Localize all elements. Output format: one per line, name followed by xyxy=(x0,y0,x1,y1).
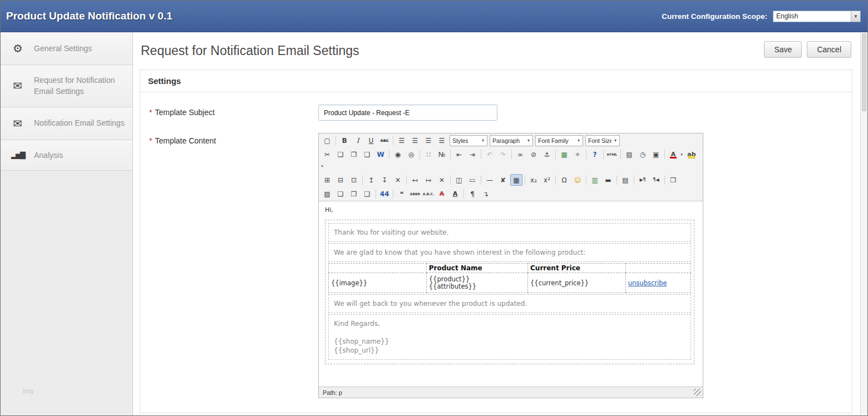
fullscreen-button[interactable]: ❒ xyxy=(667,174,679,186)
row-properties-button[interactable]: ⊟ xyxy=(334,174,347,186)
editor-toolbar-row-3: ⊞⊟⊡↥↧✕↤↦✕◫▭—✘▦x₂x²Ω☺▥▬▤▶¶¶◀❒ xyxy=(319,173,703,187)
remove-format-button[interactable]: ✘ xyxy=(497,174,509,186)
sidebar-item-analysis[interactable]: ▂▅▇ Analysis xyxy=(1,140,132,171)
find-replace-button[interactable]: ◎ xyxy=(405,148,417,160)
abbr-button[interactable]: ABBR xyxy=(409,188,421,200)
undo-button[interactable]: ↶ xyxy=(484,148,496,160)
sidebar-item-request-notification-email-settings[interactable]: ✉ Request for Notification Email Setting… xyxy=(1,65,132,107)
align-center-button[interactable]: ☰ xyxy=(409,135,421,146)
new-document-button[interactable]: ▢ xyxy=(321,135,333,146)
advanced-hr-button[interactable]: ▬ xyxy=(602,174,614,186)
toolbar-separator xyxy=(525,175,525,185)
del-button[interactable]: A xyxy=(436,188,448,200)
subscript-button[interactable]: x₂ xyxy=(527,174,540,186)
styles-select[interactable]: Styles▾ xyxy=(450,135,487,146)
align-left-button[interactable]: ☰ xyxy=(396,135,408,146)
scope-select[interactable]: English ▼ xyxy=(773,11,861,22)
rtl-button[interactable]: ¶◀ xyxy=(650,174,662,186)
insert-col-before-button[interactable]: ↤ xyxy=(409,174,421,186)
page-break-button[interactable]: ↴ xyxy=(480,188,492,200)
vertical-scrollbar[interactable] xyxy=(860,32,867,415)
insert-time-button[interactable]: ◷ xyxy=(637,148,649,160)
font-family-select[interactable]: Font Family▾ xyxy=(535,135,583,146)
ltr-button[interactable]: ▶¶ xyxy=(637,174,649,186)
resize-handle-icon[interactable] xyxy=(694,389,701,396)
unlink-button[interactable]: ⊘ xyxy=(527,148,540,160)
font-size-select[interactable]: Font Size▾ xyxy=(585,135,620,146)
visual-chars-button[interactable]: ¶ xyxy=(466,188,479,200)
cleanup-button[interactable]: ✧ xyxy=(571,148,584,160)
insert-table-button[interactable]: ⊞ xyxy=(321,174,333,186)
insert-image-button[interactable]: ▦ xyxy=(558,148,570,160)
editor-content-area[interactable]: Hi, Thank You for visiting our website. … xyxy=(319,201,703,387)
bullet-list-button[interactable]: ∷ xyxy=(422,148,435,160)
toolbar-separator xyxy=(393,189,393,199)
horizontal-rule-button[interactable]: — xyxy=(484,174,496,186)
toolbar-separator xyxy=(664,150,665,159)
backcolor-button[interactable]: ab xyxy=(685,148,698,160)
outdent-button[interactable]: ⇤ xyxy=(453,148,465,160)
help-button[interactable]: ? xyxy=(589,148,601,160)
delete-row-button[interactable]: ✕ xyxy=(392,174,404,186)
sidebar-item-notification-email-settings[interactable]: ✉ Notification Email Settings xyxy=(1,107,132,140)
align-justify-button[interactable]: ☰ xyxy=(436,135,448,146)
acronym-button[interactable]: A.B.C. xyxy=(422,188,435,200)
toolbar-separator xyxy=(336,136,336,145)
merge-cells-button[interactable]: ▭ xyxy=(466,174,479,186)
paste-from-word-button[interactable]: W xyxy=(374,148,387,160)
insert-col-after-button[interactable]: ↦ xyxy=(422,174,435,186)
save-button[interactable]: Save xyxy=(764,41,802,58)
scrollbar-thumb[interactable] xyxy=(862,33,866,111)
signature-line: {{shop_url}} xyxy=(334,346,685,355)
special-char-button[interactable]: Ω xyxy=(558,174,570,186)
visual-aid-button[interactable]: ▦ xyxy=(510,174,522,186)
italic-button[interactable]: I xyxy=(352,135,364,146)
superscript-button[interactable]: x² xyxy=(541,174,553,186)
forecolor-caret[interactable]: ▾ xyxy=(679,148,684,160)
move-forward-button[interactable]: ❏ xyxy=(334,188,347,200)
sidebar-item-label: Analysis xyxy=(34,150,63,161)
cell-properties-button[interactable]: ⊡ xyxy=(348,174,360,186)
paste-as-text-button[interactable]: ❑ xyxy=(361,148,373,160)
unsubscribe-link[interactable]: unsubscribe xyxy=(628,279,667,287)
insert-layer-button[interactable]: ❑ xyxy=(361,188,373,200)
backcolor-caret[interactable]: ▾ xyxy=(319,160,325,172)
forecolor-button[interactable]: A xyxy=(667,148,679,160)
toggle-absolute-button[interactable]: ▧ xyxy=(321,188,333,200)
print-button[interactable]: ▤ xyxy=(619,174,632,186)
find-button[interactable]: ◉ xyxy=(392,148,404,160)
bold-button[interactable]: B xyxy=(338,135,351,146)
delete-col-button[interactable]: ✕ xyxy=(436,174,448,186)
copy-button[interactable]: ❏ xyxy=(334,148,347,160)
insert-media-button[interactable]: ▥ xyxy=(589,174,601,186)
html-source-button[interactable]: HTML xyxy=(606,148,618,160)
sidebar-item-general-settings[interactable]: ⚙ General Settings xyxy=(1,32,132,65)
ins-button[interactable]: A xyxy=(449,188,461,200)
page-title: Request for Notification Email Settings xyxy=(141,43,359,58)
split-cells-button[interactable]: ◫ xyxy=(453,174,465,186)
move-backward-button[interactable]: ❐ xyxy=(348,188,360,200)
underline-button[interactable]: U xyxy=(365,135,377,146)
paste-button[interactable]: ❐ xyxy=(348,148,360,160)
style-props-button[interactable]: 44 xyxy=(378,188,391,200)
paragraph-select[interactable]: Paragraph▾ xyxy=(490,135,533,146)
template-content-field: ▢BIUABC☰☰☰☰Styles▾Paragraph▾Font Family▾… xyxy=(318,133,703,398)
cite-button[interactable]: ❝ xyxy=(396,188,408,200)
anchor-button[interactable]: ⚓ xyxy=(541,148,553,160)
cancel-button[interactable]: Cancel xyxy=(807,41,851,58)
cut-button[interactable]: ✂ xyxy=(321,148,333,160)
preview-button[interactable]: ▣ xyxy=(650,148,662,160)
numbered-list-button[interactable]: № xyxy=(436,148,448,160)
toolbar-separator xyxy=(634,175,634,185)
current-price-header: Current Price xyxy=(528,264,626,273)
indent-button[interactable]: ⇥ xyxy=(466,148,479,160)
insert-link-button[interactable]: ∞ xyxy=(514,148,526,160)
insert-date-button[interactable]: ▤ xyxy=(623,148,635,160)
redo-button[interactable]: ↷ xyxy=(497,148,509,160)
insert-row-after-button[interactable]: ↧ xyxy=(378,174,391,186)
insert-row-before-button[interactable]: ↥ xyxy=(365,174,377,186)
emotions-button[interactable]: ☺ xyxy=(571,174,584,186)
template-subject-input[interactable] xyxy=(318,105,497,121)
strikethrough-button[interactable]: ABC xyxy=(378,135,391,146)
align-right-button[interactable]: ☰ xyxy=(422,135,435,146)
